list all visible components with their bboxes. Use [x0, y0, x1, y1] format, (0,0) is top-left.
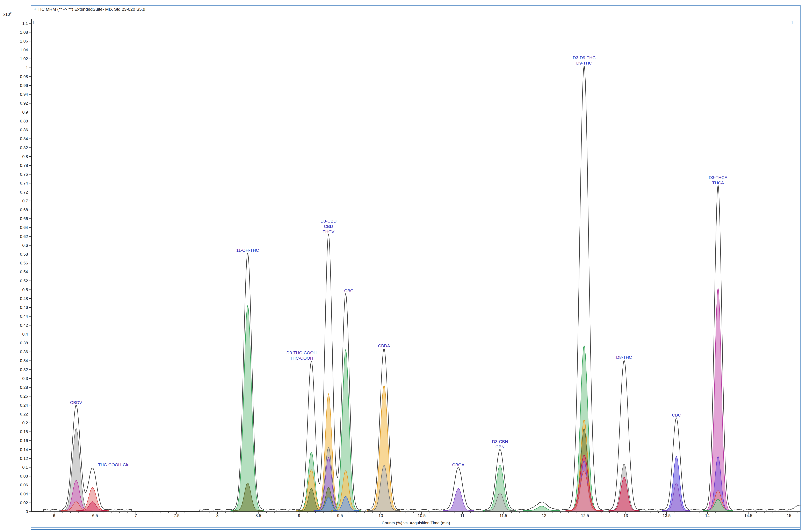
peak-label-D3-THC-COOH: D3-THC-COOHTHC-COOH: [287, 350, 317, 361]
x-tick-label: 12.5: [576, 513, 594, 518]
peak-fill-crimson: [609, 477, 639, 512]
peak-fill-red: [568, 471, 601, 512]
x-axis-caption: Counts (%) vs. Acquisition Time (min): [325, 521, 506, 526]
peak-fill-green: [231, 306, 264, 512]
peak-label-CBG: CBG: [344, 288, 353, 293]
x-tick-label: 11: [453, 513, 472, 518]
x-tick-label: 14: [698, 513, 717, 518]
peak-label-11-OH-THC: 11-OH-THC: [236, 248, 259, 253]
chromatogram-plot[interactable]: [0, 0, 803, 532]
x-tick-label: 13: [617, 513, 635, 518]
peak-label-CBC: CBC: [672, 413, 681, 418]
chromatogram-window: x102 00.020.040.060.080.10.120.140.160.1…: [0, 0, 803, 532]
peak-fill-gray: [486, 493, 515, 512]
x-tick-label: 7: [127, 513, 145, 518]
peak-label-CBGA: CBGA: [452, 462, 464, 468]
peak-label-D3-THCA: D3-THCATHCA: [709, 175, 727, 186]
x-tick-label: 10.5: [413, 513, 431, 518]
tic-trace: [31, 66, 801, 511]
peak-label-D3-CBD: D3-CBDCBDTHCV: [321, 218, 336, 234]
peak-label-CBDV: CBDV: [70, 400, 82, 405]
x-tick-label: 9: [290, 513, 308, 518]
x-tick-label: 11.5: [494, 513, 513, 518]
peak-label-THC-COOH-Glu: THC-COOH-Glu: [98, 462, 130, 468]
peak-label-CBDA: CBDA: [378, 343, 390, 348]
x-tick-label: 8.5: [249, 513, 268, 518]
x-tick-label: 15: [780, 513, 798, 518]
peak-fill-purple: [663, 483, 689, 512]
x-tick-label: 8: [208, 513, 227, 518]
peak-label-D3-CBN: D3-CBNCBN: [492, 439, 508, 450]
x-tick-label: 13.5: [657, 513, 676, 518]
peak-label-D3-D9-THC: D3-D9-THCD9-THC: [573, 55, 596, 66]
x-tick-label: 7.5: [167, 513, 186, 518]
x-tick-label: 9.5: [331, 513, 349, 518]
x-tick-label: 12: [535, 513, 553, 518]
peak-label-D8-THC: D8-THC: [616, 355, 632, 360]
x-tick-label: 6.5: [86, 513, 104, 518]
x-tick-label: 6: [45, 513, 63, 518]
x-tick-label: 10: [371, 513, 390, 518]
x-tick-label: 14.5: [739, 513, 758, 518]
